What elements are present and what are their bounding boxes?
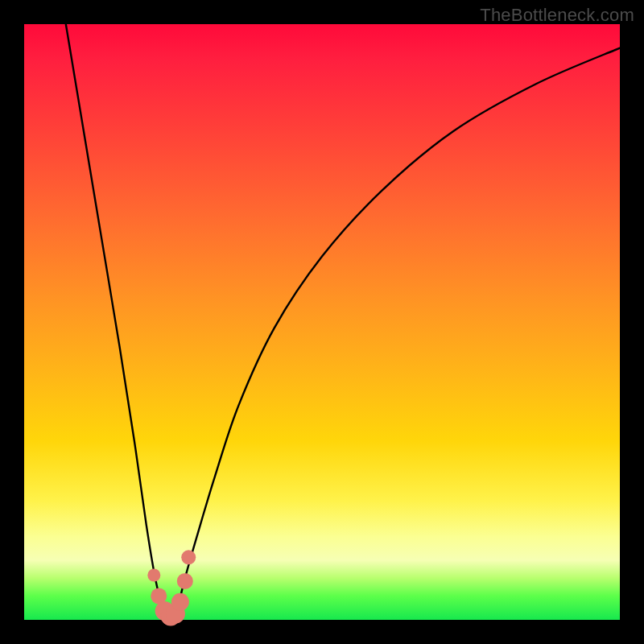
curve-svg [24, 24, 620, 620]
plot-area [24, 24, 620, 620]
highlight-point [181, 550, 196, 564]
highlight-markers [147, 550, 196, 625]
chart-frame: TheBottleneck.com [0, 0, 644, 644]
highlight-point [177, 573, 193, 589]
watermark-text: TheBottleneck.com [480, 5, 634, 26]
highlight-point [147, 569, 160, 582]
bottleneck-curve [66, 24, 620, 622]
highlight-point [171, 593, 189, 611]
